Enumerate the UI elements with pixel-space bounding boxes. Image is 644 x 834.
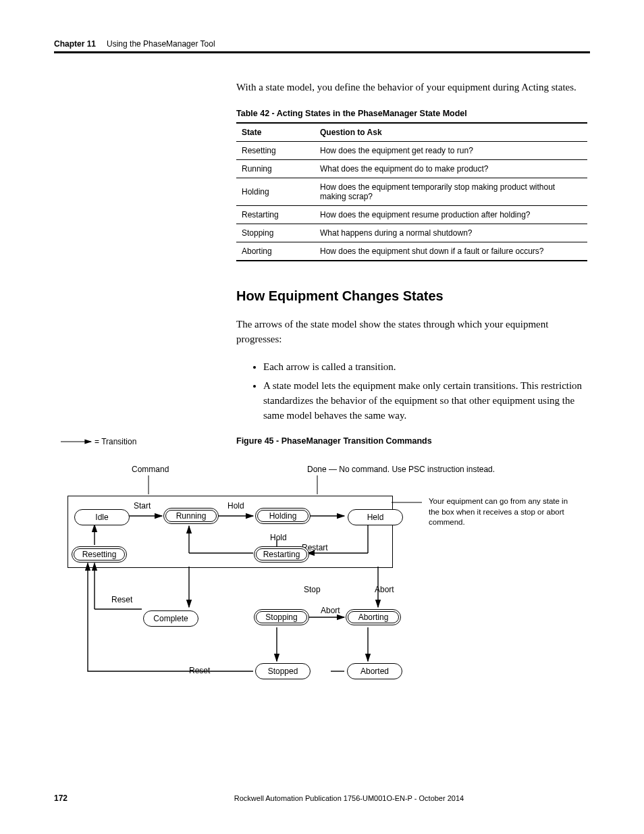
- state-complete: Complete: [143, 610, 198, 627]
- state-stopped: Stopped: [255, 663, 311, 679]
- state-resetting: Resetting: [72, 546, 127, 563]
- table-row: Aborting How does the equipment shut dow…: [236, 242, 587, 261]
- table-cell-state: Holding: [236, 178, 315, 205]
- table-row: Running What does the equipment do to ma…: [236, 159, 587, 178]
- table-cell-question: How does the equipment shut down if a fa…: [315, 242, 587, 261]
- diagram-label-done: Done — No command. Use PSC instruction i…: [307, 465, 495, 474]
- transition-abort: Abort: [321, 606, 340, 615]
- table-cell-state: Resetting: [236, 141, 315, 159]
- transition-reset: Reset: [189, 666, 210, 675]
- intro-paragraph: With a state model, you define the behav…: [236, 80, 587, 95]
- transition-stop: Stop: [304, 585, 321, 594]
- page-number: 172: [54, 793, 108, 803]
- state-holding: Holding: [255, 508, 311, 524]
- chapter-label: Chapter 11: [54, 39, 96, 49]
- table-row: Stopping What happens during a normal sh…: [236, 224, 587, 242]
- publication-info: Rockwell Automation Publication 1756-UM0…: [108, 794, 590, 802]
- running-header: Chapter 11 Using the PhaseManager Tool: [54, 39, 590, 53]
- table-cell-question: What does the equipment do to make produ…: [315, 159, 587, 178]
- table-cell-question: How does the equipment get ready to run?: [315, 141, 587, 159]
- transition-reset: Reset: [111, 595, 132, 604]
- state-stopping: Stopping: [254, 609, 309, 625]
- table-header-state: State: [236, 123, 315, 142]
- diagram-annotation: Your equipment can go from any state in …: [429, 496, 577, 528]
- state-restarting: Restarting: [254, 546, 309, 563]
- table-header-question: Question to Ask: [315, 123, 587, 142]
- table-cell-state: Stopping: [236, 224, 315, 242]
- table-row: Resetting How does the equipment get rea…: [236, 141, 587, 159]
- diagram-label-command: Command: [132, 465, 169, 474]
- table-42: State Question to Ask Resetting How does…: [236, 122, 587, 261]
- state-held: Held: [348, 509, 403, 525]
- bullet-list: Each arrow is called a transition. A sta…: [236, 360, 587, 423]
- page-footer: 172 Rockwell Automation Publication 1756…: [54, 793, 590, 803]
- transition-hold: Hold: [227, 501, 244, 511]
- diagram-arrows: [54, 435, 587, 705]
- main-content: With a state model, you define the behav…: [236, 80, 587, 446]
- figure-45-diagram: = Transition Command Done — No command. …: [54, 435, 587, 705]
- table-row: Restarting How does the equipment resume…: [236, 205, 587, 224]
- transition-hold: Hold: [270, 533, 287, 542]
- section-heading: How Equipment Changes States: [236, 288, 587, 304]
- state-aborting: Aborting: [346, 609, 401, 625]
- list-item: A state model lets the equipment make on…: [263, 379, 587, 423]
- table-row: Holding How does the equipment temporari…: [236, 178, 587, 205]
- table-cell-state: Aborting: [236, 242, 315, 261]
- table-cell-question: How does the equipment temporarily stop …: [315, 178, 587, 205]
- table-cell-state: Restarting: [236, 205, 315, 224]
- table-cell-question: What happens during a normal shutdown?: [315, 224, 587, 242]
- legend-label: = Transition: [95, 437, 136, 446]
- paragraph: The arrows of the state model show the s…: [236, 317, 587, 347]
- state-aborted: Aborted: [347, 663, 402, 679]
- table-cell-question: How does the equipment resume production…: [315, 205, 587, 224]
- table-cell-state: Running: [236, 159, 315, 178]
- state-running: Running: [163, 508, 219, 524]
- chapter-title: Using the PhaseManager Tool: [107, 39, 215, 49]
- transition-abort: Abort: [375, 585, 394, 594]
- table-42-caption: Table 42 - Acting States in the PhaseMan…: [236, 109, 587, 118]
- list-item: Each arrow is called a transition.: [263, 360, 587, 375]
- state-idle: Idle: [74, 509, 130, 525]
- transition-start: Start: [134, 501, 151, 511]
